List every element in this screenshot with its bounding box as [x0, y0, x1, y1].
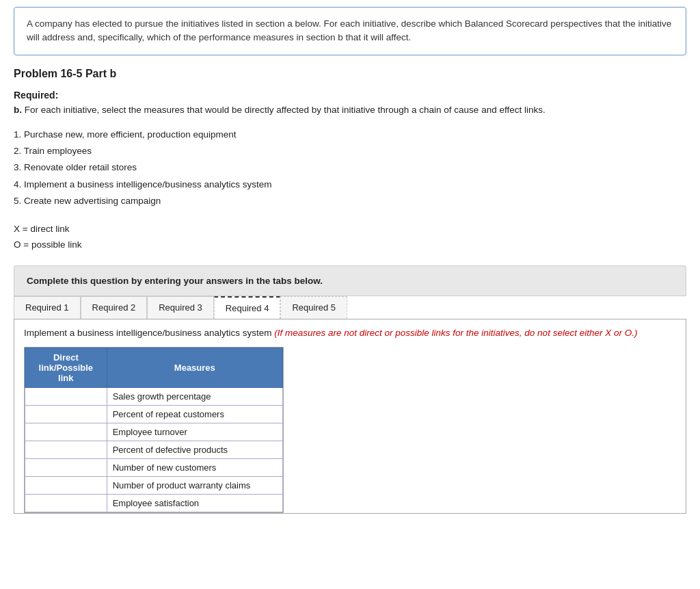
link-input-cell[interactable]	[25, 459, 107, 477]
measure-cell-2: Percent of repeat customers	[107, 406, 282, 423]
link-input-3[interactable]	[25, 423, 107, 441]
measure-cell-3: Employee turnover	[107, 423, 282, 441]
table-row: Percent of defective products	[25, 441, 283, 459]
link-input-4[interactable]	[25, 441, 107, 458]
required-label: Required:	[14, 90, 686, 101]
link-input-cell[interactable]	[25, 388, 107, 406]
legend-direct: X = direct link	[14, 222, 686, 237]
table-row: Percent of repeat customers	[25, 406, 283, 423]
measure-cell-7: Employee satisfaction	[107, 495, 282, 512]
initiative-item: 5. Create new advertising campaign	[14, 193, 686, 209]
legend: X = direct link O = possible link	[14, 222, 686, 253]
table-row: Employee satisfaction	[25, 495, 283, 512]
tab-highlight: (If measures are not direct or possible …	[271, 328, 637, 338]
tab-content: Implement a business intelligence/busine…	[14, 319, 686, 514]
tab-required-3[interactable]: Required 3	[147, 296, 214, 319]
tab-required-5[interactable]: Required 5	[280, 296, 347, 319]
col-header-link: Direct link/Possible link	[25, 348, 107, 388]
initiatives-list: 1. Purchase new, more efficient, product…	[14, 127, 686, 209]
instruction-body: For each initiative, select the measures…	[22, 105, 546, 115]
link-input-5[interactable]	[25, 459, 107, 476]
initiative-item: 2. Train employees	[14, 143, 686, 159]
initiative-item: 3. Renovate older retail stores	[14, 159, 686, 176]
initiative-item: 4. Implement a business intelligence/bus…	[14, 176, 686, 193]
tab-required-1[interactable]: Required 1	[14, 296, 81, 319]
table-row: Employee turnover	[25, 423, 283, 441]
instruction: b. For each initiative, select the measu…	[14, 103, 686, 117]
measure-cell-6: Number of product warranty claims	[107, 477, 282, 495]
problem-title: Problem 16-5 Part b	[14, 68, 686, 80]
link-input-cell[interactable]	[25, 441, 107, 459]
col-header-measures: Measures	[107, 348, 282, 388]
instruction-b: b.	[14, 105, 22, 115]
link-input-cell[interactable]	[25, 477, 107, 495]
measure-cell-1: Sales growth percentage	[107, 388, 282, 406]
measures-table-wrapper: Direct link/Possible link Measures Sales…	[24, 347, 284, 513]
measures-table: Direct link/Possible link Measures Sales…	[25, 348, 283, 512]
complete-box: Complete this question by entering your …	[14, 265, 686, 296]
complete-text: Complete this question by entering your …	[27, 276, 323, 286]
measure-cell-4: Percent of defective products	[107, 441, 282, 459]
tabs-container: Required 1 Required 2 Required 3 Require…	[14, 296, 686, 319]
measure-cell-5: Number of new customers	[107, 459, 282, 477]
info-box: A company has elected to pursue the init…	[14, 7, 686, 55]
legend-possible: O = possible link	[14, 237, 686, 253]
table-row: Sales growth percentage	[25, 388, 283, 406]
info-text: A company has elected to pursue the init…	[27, 18, 671, 42]
initiative-item: 1. Purchase new, more efficient, product…	[14, 127, 686, 143]
link-input-1[interactable]	[25, 388, 107, 405]
tab-required-2[interactable]: Required 2	[81, 296, 148, 319]
table-row: Number of new customers	[25, 459, 283, 477]
link-input-6[interactable]	[25, 477, 107, 494]
table-row: Number of product warranty claims	[25, 477, 283, 495]
link-input-cell[interactable]	[25, 423, 107, 441]
link-input-7[interactable]	[25, 495, 107, 512]
link-input-2[interactable]	[25, 406, 107, 423]
link-input-cell[interactable]	[25, 495, 107, 512]
initiative-label: Implement a business intelligence/busine…	[24, 328, 271, 338]
tab-required-4[interactable]: Required 4	[214, 296, 281, 319]
tab-instruction: Implement a business intelligence/busine…	[24, 326, 676, 340]
link-input-cell[interactable]	[25, 406, 107, 423]
